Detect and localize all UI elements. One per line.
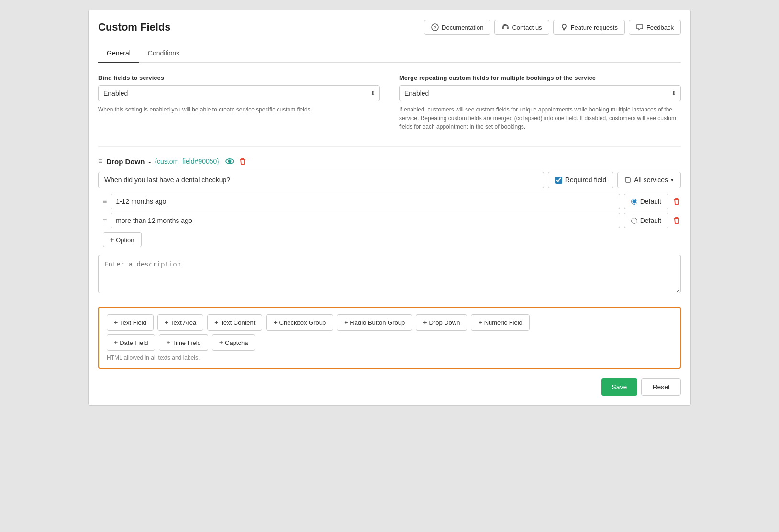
divider: [98, 146, 681, 147]
description-textarea[interactable]: [98, 255, 681, 293]
add-radio-button-group-button[interactable]: + Radio Button Group: [337, 314, 412, 331]
question-circle-icon: ?: [431, 23, 439, 31]
header: Custom Fields ? Documentation Contact us…: [98, 20, 681, 35]
add-text-field-button[interactable]: + Text Field: [107, 314, 154, 331]
headset-icon: [501, 23, 509, 31]
add-captcha-button[interactable]: + Captcha: [212, 334, 256, 351]
option-row-2: ≡ Default: [98, 213, 681, 228]
add-numeric-field-button[interactable]: + Numeric Field: [471, 314, 529, 331]
save-button[interactable]: Save: [601, 378, 638, 396]
default-radio-2[interactable]: [631, 218, 637, 224]
question-row: Required field All services ▾: [98, 172, 681, 188]
tab-conditions[interactable]: Conditions: [139, 44, 188, 63]
delete-option-icon-1[interactable]: [672, 197, 681, 206]
add-text-area-button[interactable]: + Text Area: [157, 314, 203, 331]
feedback-button[interactable]: Feedback: [629, 20, 681, 35]
merge-fields-select[interactable]: Enabled Disabled: [399, 85, 681, 101]
required-field-label[interactable]: Required field: [548, 172, 613, 188]
option-row-1: ≡ Default: [98, 194, 681, 209]
merge-fields-section: Merge repeating custom fields for multip…: [399, 74, 681, 131]
merge-fields-description: If enabled, customers will see custom fi…: [399, 105, 681, 131]
field-block: ≡ Drop Down - {custom_field#90050} Requi…: [98, 156, 681, 295]
add-drop-down-button[interactable]: + Drop Down: [416, 314, 467, 331]
add-fields-section: + Text Field + Text Area + Text Content …: [98, 307, 681, 369]
all-services-button[interactable]: All services ▾: [617, 172, 681, 188]
field-block-header: ≡ Drop Down - {custom_field#90050}: [98, 156, 681, 166]
svg-text:?: ?: [434, 25, 436, 30]
add-checkbox-group-button[interactable]: + Checkbox Group: [266, 314, 333, 331]
plus-icon: +: [478, 319, 482, 326]
bind-fields-description: When this setting is enabled you will be…: [98, 105, 380, 114]
eye-icon[interactable]: [225, 156, 234, 166]
plus-icon: +: [344, 319, 348, 326]
header-buttons: ? Documentation Contact us Feature reque…: [424, 20, 681, 35]
chevron-down-icon: ▾: [671, 177, 674, 183]
lightbulb-icon: [560, 23, 568, 31]
contact-us-button[interactable]: Contact us: [494, 20, 549, 35]
tabs: General Conditions: [98, 44, 681, 63]
feature-requests-button[interactable]: Feature requests: [553, 20, 625, 35]
default-radio-label-2[interactable]: Default: [624, 213, 668, 228]
option-input-2[interactable]: [111, 213, 620, 228]
documentation-button[interactable]: ? Documentation: [424, 20, 490, 35]
field-type-label: Drop Down: [106, 157, 145, 166]
svg-point-3: [229, 160, 231, 163]
plus-icon: +: [114, 319, 118, 326]
page-wrapper: Custom Fields ? Documentation Contact us…: [88, 10, 691, 406]
option-input-1[interactable]: [111, 194, 620, 209]
merge-fields-select-wrapper: Enabled Disabled ⬍: [399, 85, 681, 101]
plus-icon: +: [219, 339, 223, 346]
reset-button[interactable]: Reset: [641, 378, 681, 396]
add-fields-row-2: + Date Field + Time Field + Captcha: [107, 334, 672, 351]
svg-rect-4: [626, 178, 630, 182]
plus-icon: +: [166, 339, 170, 346]
separator: -: [148, 157, 151, 166]
plus-icon: +: [114, 339, 118, 346]
drag-handle-icon[interactable]: ≡: [98, 157, 102, 166]
delete-option-icon-2[interactable]: [672, 216, 681, 225]
question-input[interactable]: [98, 172, 544, 188]
option-drag-handle-2[interactable]: ≡: [103, 217, 107, 224]
required-checkbox[interactable]: [555, 177, 562, 184]
bind-fields-section: Bind fields to services Enabled Disabled…: [98, 74, 380, 131]
merge-fields-label: Merge repeating custom fields for multip…: [399, 74, 681, 81]
add-option-button[interactable]: + Option: [103, 232, 142, 247]
bind-fields-label: Bind fields to services: [98, 74, 380, 81]
default-radio-label-1[interactable]: Default: [624, 194, 668, 209]
copy-icon: [624, 177, 631, 183]
plus-icon: +: [165, 319, 168, 326]
settings-row: Bind fields to services Enabled Disabled…: [98, 74, 681, 131]
trash-icon[interactable]: [238, 157, 247, 166]
footer-buttons: Save Reset: [98, 378, 681, 396]
bind-fields-select[interactable]: Enabled Disabled: [98, 85, 380, 101]
default-radio-1[interactable]: [631, 199, 637, 205]
plus-icon: +: [273, 319, 277, 326]
plus-icon: +: [214, 319, 218, 326]
add-time-field-button[interactable]: + Time Field: [159, 334, 208, 351]
option-drag-handle-1[interactable]: ≡: [103, 198, 107, 205]
add-fields-row-1: + Text Field + Text Area + Text Content …: [107, 314, 672, 331]
add-text-content-button[interactable]: + Text Content: [207, 314, 262, 331]
plus-icon: +: [423, 319, 427, 326]
add-date-field-button[interactable]: + Date Field: [107, 334, 155, 351]
comment-icon: [636, 23, 644, 31]
bind-fields-select-wrapper: Enabled Disabled ⬍: [98, 85, 380, 101]
tab-general[interactable]: General: [98, 44, 139, 63]
field-tag: {custom_field#90050}: [155, 157, 219, 165]
html-note: HTML allowed in all texts and labels.: [107, 355, 672, 361]
page-title: Custom Fields: [98, 21, 171, 33]
plus-icon: +: [110, 236, 114, 244]
